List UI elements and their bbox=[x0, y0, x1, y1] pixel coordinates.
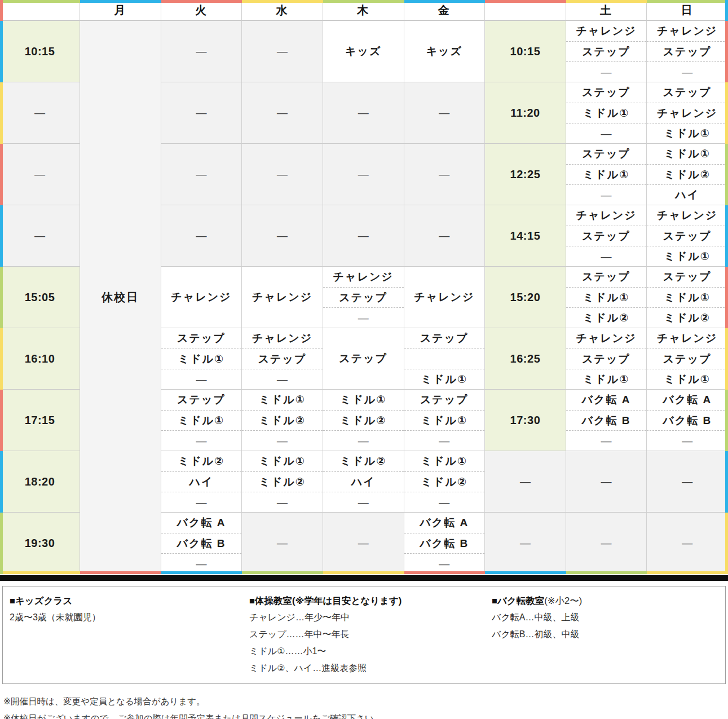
time-cell: 16:10 bbox=[0, 328, 80, 390]
class-cell: ステップミドル①— bbox=[404, 390, 486, 451]
time-cell: 17:30 bbox=[485, 390, 566, 451]
header-day-7: 土 bbox=[566, 0, 647, 21]
dash-mark: — bbox=[566, 123, 647, 143]
empty-slot-cell: — bbox=[323, 82, 404, 144]
dash-mark: — bbox=[682, 475, 692, 488]
monday-closed-cell: 休校日 bbox=[80, 21, 161, 574]
dash-mark: — bbox=[323, 430, 404, 451]
dash-mark: — bbox=[404, 492, 485, 512]
class-entry: バク転 A bbox=[566, 390, 647, 410]
accent-segment bbox=[725, 0, 728, 21]
class-cell: チャレンジステップミドル① bbox=[647, 205, 728, 267]
accent-segment bbox=[0, 0, 3, 21]
dash-mark: — bbox=[161, 492, 242, 512]
class-entry: ステップ bbox=[161, 328, 242, 349]
accent-segment bbox=[0, 328, 3, 390]
class-entry: ハイ bbox=[161, 471, 242, 492]
class-entry: バク転 A bbox=[404, 513, 485, 533]
class-cell: ステップミドル①— bbox=[161, 390, 242, 451]
dash-mark: — bbox=[358, 230, 369, 242]
legend-backflip-title-suffix: (※小2〜) bbox=[544, 596, 582, 606]
class-entry: ミドル① bbox=[566, 103, 647, 123]
accent-segment bbox=[725, 451, 728, 513]
class-cell: ステップミドル①ミドル② bbox=[566, 267, 647, 328]
legend-gym-title: ■体操教室(※学年は目安となります) bbox=[249, 592, 485, 609]
empty-slot-cell: — bbox=[647, 513, 728, 574]
dash-mark: — bbox=[196, 45, 206, 58]
legend-backflip-line: バク転A…中級、上級 bbox=[492, 609, 725, 626]
time-cell: 10:15 bbox=[0, 21, 80, 82]
class-entry: ステップ bbox=[404, 328, 485, 349]
class-cell: キッズ bbox=[404, 21, 486, 82]
empty-slot-cell: — bbox=[647, 451, 728, 513]
accent-segment bbox=[0, 451, 3, 513]
class-entry: チャレンジ bbox=[647, 328, 727, 349]
time-slot-empty: — bbox=[485, 513, 566, 574]
dash-mark: — bbox=[566, 246, 647, 266]
accent-border-bottom bbox=[0, 571, 728, 574]
legend-kids-title: ■キッズクラス bbox=[10, 592, 242, 609]
empty-slot-cell: — bbox=[404, 144, 486, 205]
class-cell: ステップ bbox=[323, 328, 404, 390]
dash-mark: — bbox=[520, 537, 531, 549]
class-entry: ステップ bbox=[647, 82, 727, 103]
footnotes: ※開催日時は、変更や定員となる場合があります。 ※休校日がございますので、ご参加… bbox=[3, 693, 728, 719]
accent-segment bbox=[725, 328, 728, 390]
class-cell: チャレンジ bbox=[242, 267, 323, 328]
class-entry: ミドル② bbox=[647, 307, 727, 328]
accent-segment bbox=[725, 205, 728, 267]
time-slot-empty: — bbox=[0, 205, 80, 267]
accent-segment bbox=[725, 144, 728, 205]
time-slot-empty: — bbox=[0, 144, 80, 205]
empty-slot-cell: — bbox=[404, 82, 486, 144]
accent-segment bbox=[725, 21, 728, 82]
accent-segment bbox=[242, 571, 323, 574]
legend-backflip-line: バク転B…初級、中級 bbox=[492, 626, 725, 643]
class-entry: ミドル① bbox=[647, 369, 727, 389]
class-entry: ステップ bbox=[566, 226, 647, 246]
accent-segment bbox=[647, 571, 728, 574]
class-cell: ミドル①ミドル②— bbox=[323, 390, 404, 451]
accent-segment bbox=[0, 0, 80, 3]
class-entry: バク転 B bbox=[404, 533, 485, 553]
class-entry: ハイ bbox=[647, 184, 727, 205]
class-entry: ミドル① bbox=[161, 349, 242, 369]
class-entry: チャレンジ bbox=[414, 290, 474, 305]
header-day-2: 火 bbox=[161, 0, 242, 21]
time-cell: 15:05 bbox=[0, 267, 80, 328]
class-entry: ミドル① bbox=[566, 369, 647, 389]
class-cell: チャレンジステップ— bbox=[647, 21, 728, 82]
class-cell: チャレンジステップ— bbox=[323, 267, 404, 328]
class-entry: ミドル① bbox=[242, 451, 323, 471]
dash-mark: — bbox=[34, 168, 45, 180]
class-entry: ステップ bbox=[566, 144, 647, 164]
time-cell: 15:20 bbox=[485, 267, 566, 328]
class-entry: バク転 B bbox=[647, 410, 727, 430]
class-entry: ミドル① bbox=[161, 410, 242, 430]
class-entry: チャレンジ bbox=[647, 103, 727, 123]
class-cell: ステップミドル①— bbox=[161, 328, 242, 390]
accent-border-left bbox=[0, 0, 3, 574]
dash-mark: — bbox=[323, 307, 404, 328]
legend-gym-line: ステップ……年中〜年長 bbox=[249, 626, 485, 643]
class-entry: チャレンジ bbox=[323, 267, 404, 287]
dash-mark: — bbox=[566, 61, 647, 82]
empty-slot-cell: — bbox=[242, 205, 323, 267]
dash-mark: — bbox=[277, 168, 288, 180]
time-cell: 16:25 bbox=[485, 328, 566, 390]
class-entry: ミドル② bbox=[242, 410, 323, 430]
dash-mark: — bbox=[196, 107, 206, 119]
class-cell: チャレンジステップ— bbox=[566, 21, 647, 82]
time-slot-empty: — bbox=[0, 82, 80, 144]
time-cell: 17:15 bbox=[0, 390, 80, 451]
legend-backflip-class: ■バク転教室(※小2〜) バク転A…中級、上級 バク転B…初級、中級 bbox=[485, 592, 725, 677]
class-entry: ミドル① bbox=[647, 287, 727, 307]
class-entry: キッズ bbox=[426, 44, 462, 59]
dash-mark: — bbox=[34, 107, 45, 119]
time-cell: 11:20 bbox=[485, 82, 566, 144]
class-cell: ステップチャレンジミドル① bbox=[647, 82, 728, 144]
dash-mark: — bbox=[196, 168, 206, 180]
class-entry: ステップ bbox=[404, 390, 485, 410]
time-cell: 14:15 bbox=[485, 205, 566, 267]
header-day-4: 木 bbox=[323, 0, 404, 21]
